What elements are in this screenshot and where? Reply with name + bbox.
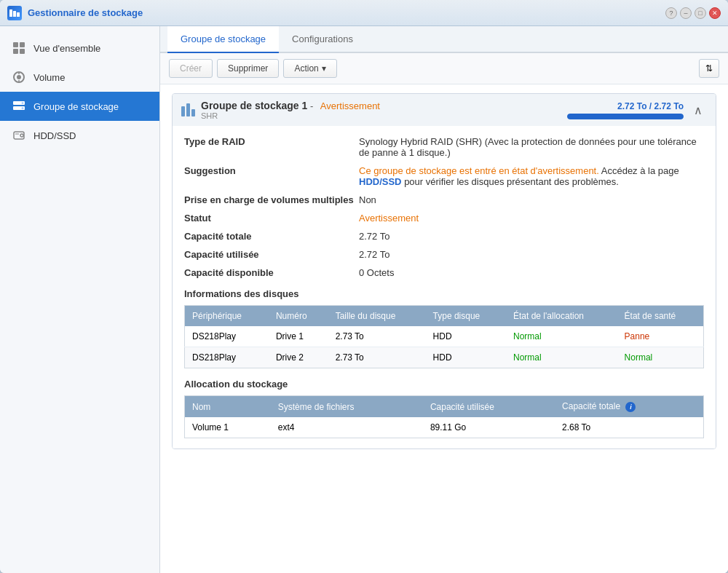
storage-details: Type de RAID Synology Hybrid RAID (SHR) … xyxy=(173,126,716,448)
suggestion-warning-text: Ce groupe de stockage est entré en état … xyxy=(359,165,599,176)
alloc-name: Volume 1 xyxy=(185,417,271,438)
alloc-section-header: Allocation du stockage xyxy=(184,379,704,390)
disk-type: HDD xyxy=(426,326,506,347)
sidebar: Vue d'ensemble Volume xyxy=(0,26,160,573)
tab-configurations[interactable]: Configurations xyxy=(279,26,366,53)
disk-number: Drive 2 xyxy=(269,347,328,368)
svg-rect-0 xyxy=(9,9,12,17)
storage-group-icon-bars xyxy=(181,103,195,116)
svg-point-13 xyxy=(22,102,24,104)
help-button[interactable]: ? xyxy=(665,7,677,19)
suggestion-label: Suggestion xyxy=(184,165,359,176)
available-capacity-value: 0 Octets xyxy=(359,267,704,278)
group-capacity-area: 2.72 To / 2.72 To xyxy=(567,101,684,119)
suggestion-value: Ce groupe de stockage est entré en état … xyxy=(359,165,704,187)
disk-health: Panne xyxy=(617,326,704,347)
multiple-volumes-value: Non xyxy=(359,194,704,205)
detail-row-available: Capacité disponible 0 Octets xyxy=(184,267,704,278)
used-capacity-label: Capacité utilisée xyxy=(184,249,359,260)
total-capacity-label: Capacité totale xyxy=(184,231,359,242)
table-row: DS218Play Drive 2 2.73 To HDD Normal Nor… xyxy=(185,347,704,368)
detail-row-total: Capacité totale 2.72 To xyxy=(184,231,704,242)
delete-button[interactable]: Supprimer xyxy=(217,59,279,78)
disk-col-health: État de santé xyxy=(617,306,704,327)
sidebar-item-vue-ensemble[interactable]: Vue d'ensemble xyxy=(0,33,159,63)
disk-device: DS218Play xyxy=(185,347,269,368)
hdd-ssd-link[interactable]: HDD/SSD xyxy=(359,176,402,187)
window-title: Gestionnaire de stockage xyxy=(28,7,143,18)
sidebar-label-vue-ensemble: Vue d'ensemble xyxy=(33,43,100,54)
svg-point-8 xyxy=(17,75,21,79)
group-title-area: Groupe de stockage 1 - Avertissement SHR xyxy=(201,100,561,120)
alloc-col-filesystem: Système de fichiers xyxy=(271,396,423,418)
disk-col-device: Périphérique xyxy=(185,306,269,327)
disk-health: Normal xyxy=(617,347,704,368)
main-window: Gestionnaire de stockage ? – □ ✕ V xyxy=(0,0,728,573)
used-capacity-value: 2.72 To xyxy=(359,249,704,260)
status-label: Statut xyxy=(184,213,359,224)
collapse-button[interactable]: ∧ xyxy=(689,102,707,119)
main-content: Groupe de stockage 1 - Avertissement SHR… xyxy=(160,84,728,573)
alloc-filesystem: ext4 xyxy=(271,417,423,438)
restore-button[interactable]: □ xyxy=(695,7,706,19)
svg-rect-5 xyxy=(13,49,18,54)
title-bar: Gestionnaire de stockage ? – □ ✕ xyxy=(0,0,728,26)
tab-groupe-stockage[interactable]: Groupe de stockage xyxy=(167,26,279,53)
total-capacity-value: 2.72 To xyxy=(359,231,704,242)
detail-row-raid: Type de RAID Synology Hybrid RAID (SHR) … xyxy=(184,136,704,158)
detail-row-used: Capacité utilisée 2.72 To xyxy=(184,249,704,260)
svg-point-14 xyxy=(22,107,24,109)
disk-size: 2.73 To xyxy=(328,326,426,347)
disk-type: HDD xyxy=(426,347,506,368)
action-dropdown-icon: ▾ xyxy=(322,63,326,74)
storage-group-1: Groupe de stockage 1 - Avertissement SHR… xyxy=(172,93,716,449)
alloc-col-name: Nom xyxy=(185,396,271,418)
sidebar-label-hdd-ssd: HDD/SSD xyxy=(33,130,76,141)
disk-col-type: Type disque xyxy=(426,306,506,327)
action-label: Action xyxy=(294,63,318,74)
group-subtitle: SHR xyxy=(201,111,561,120)
create-button[interactable]: Créer xyxy=(169,59,213,78)
capacity-fill xyxy=(567,114,684,119)
toolbar: Créer Supprimer Action ▾ ⇅ xyxy=(160,53,728,84)
disk-col-allocation: État de l'allocation xyxy=(506,306,617,327)
tab-bar: Groupe de stockage Configurations xyxy=(160,26,728,53)
alloc-col-used: Capacité utilisée xyxy=(423,396,555,418)
sidebar-item-hdd-ssd[interactable]: HDD/SSD xyxy=(0,121,159,150)
storage-group-icon xyxy=(12,99,26,114)
sidebar-label-volume: Volume xyxy=(33,72,65,83)
disk-allocation: Normal xyxy=(506,347,617,368)
detail-row-multiple: Prise en charge de volumes multiples Non xyxy=(184,194,704,205)
svg-rect-6 xyxy=(20,49,25,54)
disk-col-size: Taille du disque xyxy=(328,306,426,327)
sidebar-item-groupe-stockage[interactable]: Groupe de stockage xyxy=(0,92,159,121)
storage-group-header: Groupe de stockage 1 - Avertissement SHR… xyxy=(173,94,716,126)
group-name-line: Groupe de stockage 1 - Avertissement xyxy=(201,100,561,111)
group-warning-label: Avertissement xyxy=(320,100,380,111)
group-name: Groupe de stockage 1 xyxy=(201,100,307,111)
status-value: Avertissement xyxy=(359,213,704,224)
sort-button[interactable]: ⇅ xyxy=(699,59,719,78)
action-button[interactable]: Action ▾ xyxy=(283,59,336,78)
group-capacity-text: 2.72 To / 2.72 To xyxy=(567,101,684,111)
close-button[interactable]: ✕ xyxy=(709,7,721,19)
disk-device: DS218Play xyxy=(185,326,269,347)
available-capacity-label: Capacité disponible xyxy=(184,267,359,278)
content-area: Vue d'ensemble Volume xyxy=(0,26,728,573)
svg-rect-3 xyxy=(13,42,18,47)
main-panel: Groupe de stockage Configurations Créer … xyxy=(160,26,728,573)
detail-row-suggestion: Suggestion Ce groupe de stockage est ent… xyxy=(184,165,704,187)
disks-section-header: Informations des disques xyxy=(184,288,704,299)
info-icon: i xyxy=(625,402,636,412)
hdd-icon xyxy=(12,128,26,143)
sidebar-item-volume[interactable]: Volume xyxy=(0,63,159,92)
svg-rect-15 xyxy=(14,132,24,139)
app-icon xyxy=(7,6,22,20)
minimize-button[interactable]: – xyxy=(680,7,692,19)
svg-rect-1 xyxy=(13,11,16,17)
raid-value: Synology Hybrid RAID (SHR) (Avec la prot… xyxy=(359,136,704,158)
alloc-total: 2.68 To xyxy=(555,417,703,438)
disk-size: 2.73 To xyxy=(328,347,426,368)
volume-icon xyxy=(12,70,26,84)
alloc-used: 89.11 Go xyxy=(423,417,555,438)
